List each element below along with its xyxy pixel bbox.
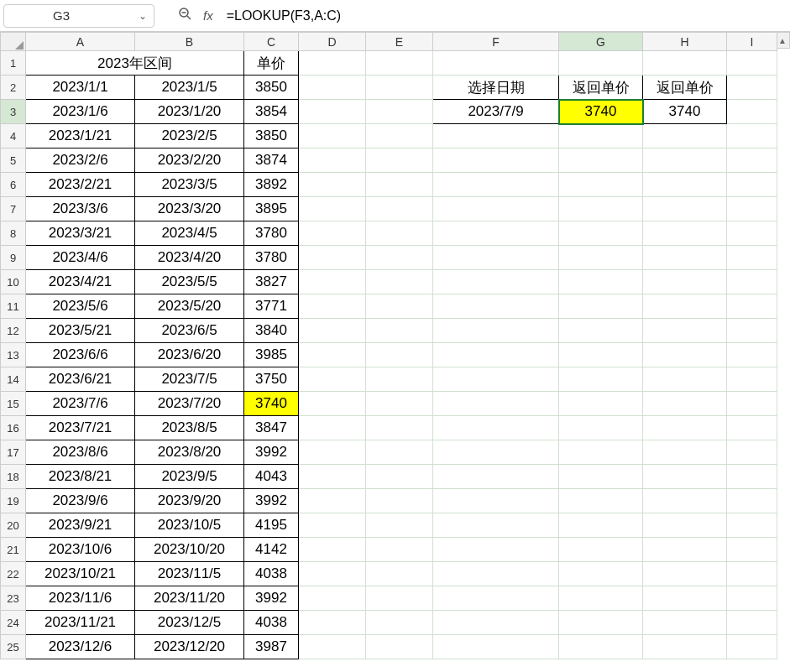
cell[interactable] (366, 513, 433, 538)
cell[interactable] (727, 586, 777, 611)
cell[interactable] (643, 465, 727, 489)
cell[interactable] (643, 440, 727, 465)
cell-end-date[interactable]: 2023/11/5 (135, 562, 244, 586)
header-select-date[interactable]: 选择日期 (433, 76, 559, 100)
cell-price[interactable]: 3985 (244, 343, 299, 367)
cell[interactable] (727, 221, 777, 246)
row-header-4[interactable]: 4 (1, 124, 26, 148)
cell-end-date[interactable]: 2023/3/20 (135, 197, 244, 221)
cell[interactable] (366, 100, 433, 124)
spreadsheet-grid[interactable]: ABCDEFGHI 12023年区间单价22023/1/12023/1/5385… (0, 32, 790, 659)
header-price[interactable]: 单价 (244, 51, 299, 76)
cell[interactable] (299, 440, 366, 465)
cell-price[interactable]: 4142 (244, 538, 299, 562)
cell-price[interactable]: 3847 (244, 416, 299, 440)
cell[interactable] (299, 611, 366, 635)
column-header-E[interactable]: E (366, 33, 433, 51)
cell[interactable] (299, 489, 366, 513)
cell[interactable] (366, 586, 433, 611)
cell-start-date[interactable]: 2023/1/1 (26, 76, 135, 100)
cell[interactable] (643, 270, 727, 294)
cell-end-date[interactable]: 2023/4/5 (135, 221, 244, 246)
cell[interactable] (559, 197, 643, 221)
cell[interactable] (643, 246, 727, 270)
cell-price[interactable]: 4043 (244, 465, 299, 489)
cell-start-date[interactable]: 2023/11/21 (26, 611, 135, 635)
row-header-22[interactable]: 22 (1, 562, 26, 586)
cell[interactable] (727, 538, 777, 562)
cell[interactable] (366, 465, 433, 489)
cell[interactable] (299, 270, 366, 294)
chevron-down-icon[interactable]: ⌄ (139, 10, 147, 22)
cell[interactable] (727, 270, 777, 294)
cell-start-date[interactable]: 2023/12/6 (26, 635, 135, 659)
cell-start-date[interactable]: 2023/6/21 (26, 367, 135, 392)
cell-return-price-2[interactable]: 3740 (643, 100, 727, 124)
cell[interactable] (559, 562, 643, 586)
cell[interactable] (727, 635, 777, 659)
cell[interactable] (433, 51, 559, 76)
cell[interactable] (559, 246, 643, 270)
cell[interactable] (366, 270, 433, 294)
cell[interactable] (727, 100, 777, 124)
row-header-7[interactable]: 7 (1, 197, 26, 221)
cell-price[interactable]: 3740 (244, 392, 299, 416)
cell[interactable] (366, 197, 433, 221)
cell-start-date[interactable]: 2023/4/21 (26, 270, 135, 294)
cell[interactable] (299, 51, 366, 76)
cell[interactable] (559, 440, 643, 465)
cell[interactable] (559, 343, 643, 367)
cell[interactable] (727, 76, 777, 100)
cell[interactable] (433, 562, 559, 586)
cell[interactable] (366, 124, 433, 148)
cell[interactable] (299, 197, 366, 221)
cell[interactable] (366, 538, 433, 562)
cell[interactable] (559, 173, 643, 197)
row-header-23[interactable]: 23 (1, 586, 26, 611)
cell[interactable] (643, 538, 727, 562)
header-return-price-2[interactable]: 返回单价 (643, 76, 727, 100)
name-box[interactable]: G3 ⌄ (3, 4, 154, 28)
cell[interactable] (366, 440, 433, 465)
cell[interactable] (727, 319, 777, 343)
cell-start-date[interactable]: 2023/9/21 (26, 513, 135, 538)
row-header-10[interactable]: 10 (1, 270, 26, 294)
cell[interactable] (299, 246, 366, 270)
cell-start-date[interactable]: 2023/3/21 (26, 221, 135, 246)
cell[interactable] (299, 465, 366, 489)
cell-end-date[interactable]: 2023/8/5 (135, 416, 244, 440)
row-header-13[interactable]: 13 (1, 343, 26, 367)
column-header-B[interactable]: B (135, 33, 244, 51)
cell[interactable] (727, 148, 777, 173)
cell[interactable] (299, 148, 366, 173)
cell[interactable] (299, 343, 366, 367)
cell-end-date[interactable]: 2023/10/20 (135, 538, 244, 562)
cell-start-date[interactable]: 2023/2/6 (26, 148, 135, 173)
cell-start-date[interactable]: 2023/10/6 (26, 538, 135, 562)
cell[interactable] (433, 173, 559, 197)
cell[interactable] (559, 586, 643, 611)
cell[interactable] (299, 367, 366, 392)
cell[interactable] (433, 513, 559, 538)
cell-start-date[interactable]: 2023/5/6 (26, 294, 135, 319)
cell[interactable] (727, 367, 777, 392)
cell-start-date[interactable]: 2023/1/21 (26, 124, 135, 148)
cell[interactable] (643, 197, 727, 221)
cell-end-date[interactable]: 2023/3/5 (135, 173, 244, 197)
cell[interactable] (366, 416, 433, 440)
cell-start-date[interactable]: 2023/7/21 (26, 416, 135, 440)
row-header-19[interactable]: 19 (1, 489, 26, 513)
cell[interactable] (643, 635, 727, 659)
cell[interactable] (299, 319, 366, 343)
cell-start-date[interactable]: 2023/11/6 (26, 586, 135, 611)
cell-end-date[interactable]: 2023/4/20 (135, 246, 244, 270)
cell[interactable] (727, 173, 777, 197)
cell[interactable] (366, 294, 433, 319)
cell[interactable] (433, 489, 559, 513)
cell[interactable] (433, 465, 559, 489)
cell[interactable] (299, 392, 366, 416)
cell[interactable] (727, 562, 777, 586)
cell[interactable] (366, 392, 433, 416)
cell[interactable] (643, 343, 727, 367)
row-header-3[interactable]: 3 (1, 100, 26, 124)
